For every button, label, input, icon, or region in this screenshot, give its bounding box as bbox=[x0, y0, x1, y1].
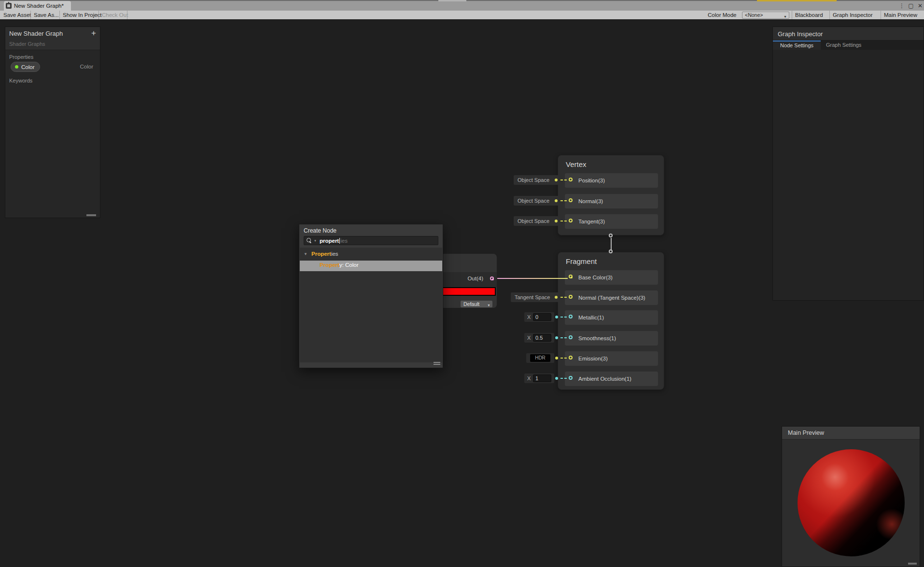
result-rest-text: y: Color bbox=[339, 262, 359, 268]
color-property-node[interactable]: Out(4) Default ▼ bbox=[435, 253, 497, 308]
main-preview-header[interactable]: Main Preview bbox=[782, 427, 920, 440]
connector-dot-icon bbox=[555, 357, 558, 360]
connector-dot-icon bbox=[555, 336, 558, 339]
graph-inspector-header[interactable]: Graph Inspector bbox=[773, 27, 924, 41]
smoothness-value-field[interactable]: 0.5 bbox=[533, 334, 551, 342]
blackboard-subtitle: Shader Graphs bbox=[9, 41, 45, 47]
connector-dash bbox=[560, 317, 563, 318]
space-tag-object[interactable]: Object Space bbox=[514, 175, 559, 185]
graph-inspector-toggle-button[interactable]: Graph Inspector bbox=[833, 11, 872, 19]
metallic-value-field[interactable]: 0 bbox=[533, 313, 551, 321]
blackboard-toggle-button[interactable]: Blackboard bbox=[795, 11, 823, 19]
search-icon bbox=[307, 238, 312, 243]
maximize-icon[interactable]: ▢ bbox=[907, 2, 915, 10]
connector-dash bbox=[560, 297, 563, 298]
vertex-node[interactable]: Vertex Position(3) Normal(3) Tangent(3) bbox=[558, 155, 664, 235]
tab-title: New Shader Graph* bbox=[14, 3, 64, 9]
show-in-project-button[interactable]: Show In Project bbox=[63, 11, 102, 19]
close-icon[interactable]: ✕ bbox=[916, 2, 924, 10]
port-vector1-icon[interactable] bbox=[569, 315, 573, 318]
dialog-resize-grip[interactable] bbox=[434, 362, 440, 365]
port-vector4-connected-icon[interactable] bbox=[490, 277, 494, 280]
x-component-label: X bbox=[527, 312, 531, 322]
connector-dot-icon bbox=[555, 179, 558, 181]
preview-sphere[interactable] bbox=[798, 449, 905, 556]
color-mode-dropdown[interactable]: <None> ▼ bbox=[742, 12, 789, 19]
connector-dot-icon bbox=[555, 220, 558, 222]
tab-new-shader-graph[interactable]: New Shader Graph* bbox=[4, 1, 71, 11]
connector-dot-icon bbox=[555, 296, 558, 299]
vertex-row-normal[interactable]: Normal(3) bbox=[565, 194, 658, 208]
port-vector1-icon[interactable] bbox=[569, 335, 573, 339]
fragment-node[interactable]: Fragment Base Color(3) Normal (Tangent S… bbox=[558, 252, 664, 390]
fragment-row-emission[interactable]: Emission(3) bbox=[565, 351, 658, 366]
edge-color-to-base-color[interactable] bbox=[496, 278, 568, 279]
connector-dash bbox=[564, 317, 567, 318]
fragment-row-ambient-occlusion[interactable]: Ambient Occlusion(1) bbox=[565, 372, 658, 386]
search-results-list: ▼ Properties Property: Color bbox=[300, 248, 442, 362]
toolbar-separator bbox=[792, 11, 792, 19]
fragment-row-normal[interactable]: Normal (Tangent Space)(3) bbox=[565, 290, 658, 305]
stack-connector-top-icon bbox=[609, 234, 613, 237]
search-filter-chevron-icon[interactable]: ▼ bbox=[314, 239, 317, 242]
port-vector3-icon[interactable] bbox=[569, 178, 573, 181]
port-vector3-connected-icon[interactable] bbox=[569, 275, 573, 278]
blackboard-header[interactable]: New Shader Graph + Shader Graphs bbox=[5, 27, 100, 50]
connector-dash bbox=[560, 221, 563, 221]
emission-hdr-control[interactable]: HDR bbox=[526, 353, 554, 363]
save-asset-button[interactable]: Save Asset bbox=[3, 11, 31, 19]
background-window-strip bbox=[757, 0, 837, 1]
connector-dash bbox=[564, 297, 567, 298]
hdr-color-swatch[interactable]: HDR bbox=[530, 354, 550, 362]
save-as-button[interactable]: Save As... bbox=[34, 11, 59, 19]
tab-node-settings[interactable]: Node Settings bbox=[773, 41, 821, 50]
blackboard-panel: New Shader Graph + Shader Graphs Propert… bbox=[5, 27, 100, 218]
connector-dash bbox=[564, 337, 567, 338]
fragment-row-metallic[interactable]: Metallic(1) bbox=[565, 310, 658, 325]
property-type: Color bbox=[80, 64, 93, 69]
fragment-row-base-color[interactable]: Base Color(3) bbox=[565, 270, 658, 285]
result-match-text: Propert bbox=[320, 262, 339, 268]
fragment-row-label: Smoothness(1) bbox=[578, 331, 616, 346]
background-window-strip2 bbox=[438, 0, 466, 1]
result-row-property-color[interactable]: Property: Color bbox=[300, 261, 442, 271]
foldout-arrow-icon[interactable]: ▼ bbox=[304, 252, 308, 256]
vertex-row-position[interactable]: Position(3) bbox=[565, 173, 658, 188]
property-pill-color[interactable]: Color bbox=[11, 62, 40, 72]
connector-dash bbox=[564, 378, 567, 379]
color-swatch-red[interactable] bbox=[440, 288, 495, 295]
properties-section-label: Properties bbox=[9, 54, 33, 60]
port-vector3-icon[interactable] bbox=[569, 198, 573, 202]
main-preview-panel: Main Preview bbox=[782, 426, 920, 567]
blackboard-resize-grip[interactable] bbox=[86, 214, 96, 216]
vertex-row-tangent[interactable]: Tangent(3) bbox=[565, 214, 658, 229]
connector-dash bbox=[560, 358, 563, 359]
color-mode-default-dropdown[interactable]: Default ▼ bbox=[461, 301, 492, 307]
fragment-row-label: Emission(3) bbox=[578, 351, 608, 366]
space-tag-tangent[interactable]: Tangent Space bbox=[511, 292, 559, 302]
fragment-row-smoothness[interactable]: Smoothness(1) bbox=[565, 331, 658, 346]
color-mode-label: Color Mode bbox=[708, 11, 736, 19]
category-row-properties[interactable]: ▼ Properties bbox=[300, 249, 442, 260]
space-tag-object[interactable]: Object Space bbox=[514, 196, 559, 206]
graph-inspector-panel: Graph Inspector Node Settings Graph Sett… bbox=[772, 27, 924, 301]
connector-dash bbox=[564, 200, 567, 201]
port-vector3-icon[interactable] bbox=[569, 219, 573, 222]
kebab-menu-icon[interactable]: ⋮ bbox=[898, 2, 906, 10]
connector-dash bbox=[560, 337, 563, 338]
node-search-field[interactable]: ▼ propert ies bbox=[304, 236, 438, 245]
port-vector3-icon[interactable] bbox=[569, 356, 573, 360]
blackboard-title: New Shader Graph bbox=[9, 30, 63, 37]
port-vector1-icon[interactable] bbox=[569, 376, 573, 380]
tab-graph-settings[interactable]: Graph Settings bbox=[826, 41, 861, 50]
ambient-occlusion-value-field[interactable]: 1 bbox=[533, 374, 551, 382]
create-node-dialog: Create Node ▼ propert ies ▼ Properties P… bbox=[299, 224, 443, 368]
text-caret bbox=[339, 238, 340, 244]
preview-resize-grip[interactable] bbox=[908, 563, 917, 565]
connector-dash bbox=[564, 221, 567, 221]
space-tag-object[interactable]: Object Space bbox=[514, 216, 559, 226]
add-property-button[interactable]: + bbox=[91, 28, 96, 38]
port-vector3-icon[interactable] bbox=[569, 295, 573, 299]
check-out-button: Check Out bbox=[102, 11, 128, 19]
main-preview-toggle-button[interactable]: Main Preview bbox=[884, 11, 917, 19]
